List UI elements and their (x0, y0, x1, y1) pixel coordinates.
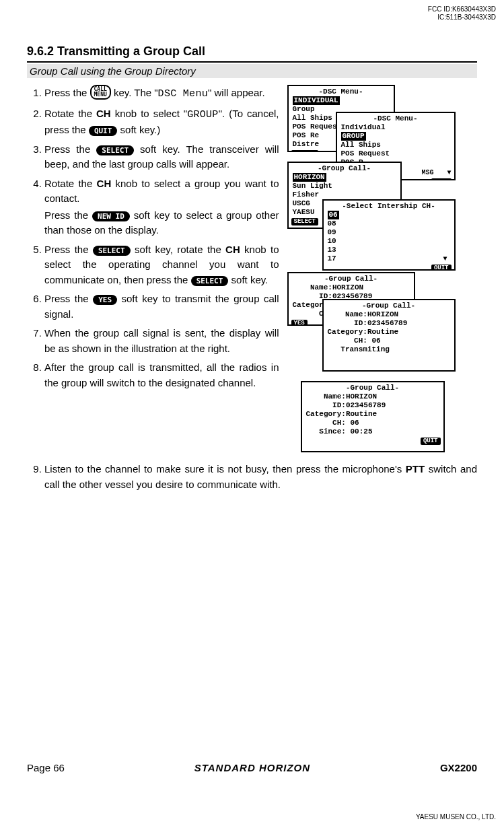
list-item: 08 (324, 219, 454, 228)
list-item: 10 (324, 237, 454, 246)
screen-groupcall-transmitting: -Group Call- Name:HORIZON ID:023456789 C… (322, 299, 456, 372)
fcc-id-block: FCC ID:K6630443X3D IC:511B-30443X3D (428, 5, 496, 22)
company-name: YAESU MUSEN CO., LTD. (416, 813, 496, 821)
chevron-down-icon: ▼ (447, 168, 451, 177)
text: Listen to the channel to make sure it is… (44, 463, 406, 475)
list-item: Individual (337, 123, 454, 132)
ptt-label: PTT (406, 462, 425, 477)
list-item: HORIZON (293, 173, 326, 182)
screen-title: -Group Call- (289, 275, 414, 283)
ch-knob: CH (225, 242, 240, 258)
instructions-continued: Listen to the channel to make sure it is… (27, 462, 477, 492)
list-item: POS Request (337, 149, 454, 158)
select-softkey-icon: SELECT (93, 246, 131, 256)
list-item: Fisher (289, 190, 400, 199)
screen-title: -DSC Menu- (289, 88, 394, 96)
select-softkey-icon: SELECT (96, 145, 134, 155)
row-since: Since: 00:25 (302, 427, 443, 436)
row-id: ID:023456789 (324, 319, 454, 328)
soft-quit: QUIT (421, 438, 441, 445)
ch-knob: CH (97, 176, 112, 192)
page-number: Page 66 (27, 762, 65, 773)
step-3: Press the SELECT soft key. The transceiv… (44, 142, 279, 172)
select-softkey-icon: SELECT (191, 276, 229, 286)
section-subheading: Group Call using the Group Directory (27, 64, 477, 78)
screen-title: -Group Call- (302, 384, 443, 392)
screen-illustrations: -DSC Menu- INDIVIDUAL Group All Ships PO… (287, 85, 478, 462)
row-category: Category:Routine (302, 410, 443, 419)
ch-knob: CH (96, 106, 111, 122)
list-item: INDIVIDUAL (293, 96, 340, 105)
quit-softkey-icon: QUIT (89, 126, 118, 136)
text: soft key.) (120, 124, 161, 135)
list-item: 17 (328, 254, 336, 263)
step-4-sub: Press the NEW ID soft key to select a gr… (44, 208, 279, 238)
instructions: Press the CALLMENU key. The "DSC Menu" w… (27, 85, 279, 462)
list-item: Sun Light (289, 182, 400, 190)
fcc-line2: IC:511B-30443X3D (428, 13, 496, 22)
list-item: 13 (324, 246, 454, 254)
text: soft key, rotate the (135, 244, 225, 255)
row-status: Transmiting (324, 345, 454, 354)
row-id: ID:023456789 (302, 401, 443, 410)
dsc-menu-literal: DSC Menu (158, 88, 208, 100)
text: soft key. (231, 274, 268, 285)
soft-msg: MSG (421, 168, 433, 177)
soft-quit: QUIT (431, 178, 452, 180)
text: Press the (44, 244, 93, 255)
newid-softkey-icon: NEW ID (92, 211, 130, 221)
group-literal: GROUP (187, 109, 219, 120)
step-8: After the group call is transmitted, all… (44, 360, 279, 390)
list-item: GROUP (341, 132, 366, 141)
model-number: GX2200 (440, 762, 477, 773)
screen-title: -Group Call- (324, 302, 454, 310)
callmenu-key-icon: CALLMENU (90, 85, 111, 100)
brand-logo: STANDARD HORIZON (194, 762, 310, 773)
soft-quit: QUIT (431, 265, 452, 271)
soft-yes: YES (291, 320, 308, 326)
text: Rotate the (44, 178, 97, 189)
yes-softkey-icon: YES (93, 295, 117, 305)
step-5: Press the SELECT soft key, rotate the CH… (44, 242, 279, 288)
step-6: Press the YES soft key to transmit the g… (44, 291, 279, 322)
screen-title: -Select Intership CH- (324, 202, 454, 211)
text: Press the (44, 143, 96, 155)
text: knob to select " (111, 108, 187, 119)
fcc-line1: FCC ID:K6630443X3D (428, 5, 496, 13)
step-9: Listen to the channel to make sure it is… (44, 462, 477, 492)
step-2: Rotate the CH knob to select "GROUP". (T… (44, 106, 279, 138)
row-category: Category:Routine (324, 328, 454, 337)
soft-select: SELECT (291, 150, 318, 152)
list-item: All Ships (337, 141, 454, 149)
row-ch: CH: 06 (324, 337, 454, 345)
row-name: Name:HORIZON (302, 392, 443, 401)
soft-select: SELECT (291, 218, 318, 225)
step-7: When the group call signal is sent, the … (44, 326, 279, 356)
text: Press the (44, 87, 90, 98)
page-footer: Page 66 STANDARD HORIZON GX2200 (27, 762, 477, 773)
list-item: 09 (324, 228, 454, 237)
row-ch: CH: 06 (302, 419, 443, 427)
screen-title: -Group Call- (289, 164, 400, 173)
row-name: Name:HORIZON (289, 283, 414, 292)
row-name: Name:HORIZON (324, 310, 454, 319)
text: Press the (44, 209, 92, 221)
text: key. The " (114, 87, 158, 98)
section-heading: 9.6.2 Transmitting a Group Call (27, 44, 477, 63)
screen-title: -DSC Menu- (337, 114, 454, 123)
text: Rotate the (44, 108, 96, 119)
step-1: Press the CALLMENU key. The "DSC Menu" w… (44, 85, 279, 102)
text: Press the (44, 293, 93, 304)
screen-groupcall-since: -Group Call- Name:HORIZON ID:023456789 C… (301, 381, 445, 452)
step-4: Rotate the CH knob to select a group you… (44, 176, 279, 238)
chevron-down-icon: ▼ (443, 254, 449, 263)
list-item: 06 (328, 211, 339, 219)
text: " will appear. (208, 87, 265, 98)
screen-intership-ch: -Select Intership CH- 06 08 09 10 13 17▼… (322, 199, 456, 271)
